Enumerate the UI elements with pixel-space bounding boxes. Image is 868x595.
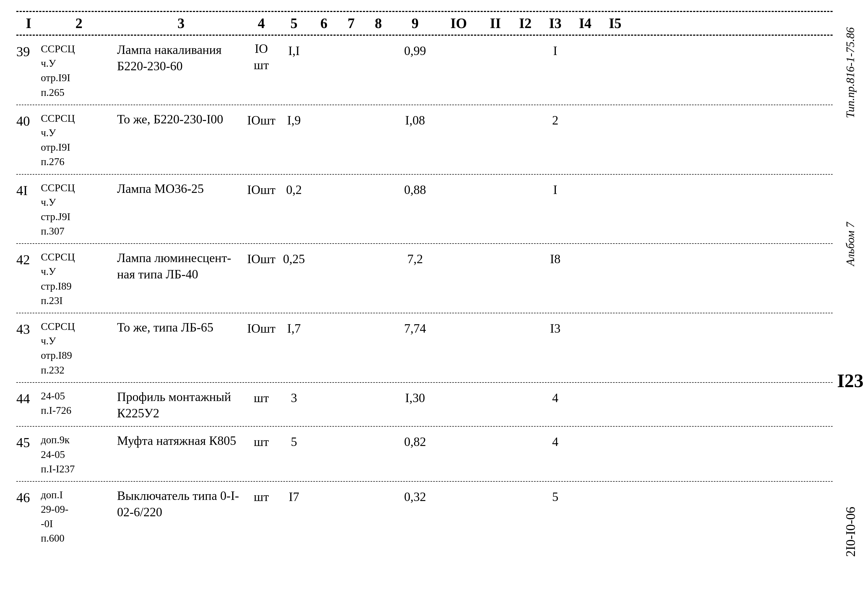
row-col5: 0,2	[278, 179, 310, 198]
table-row: 46 доп.I 29-09- -0I п.600 Выключатель ти…	[16, 482, 833, 551]
bottom-code: 2I0-I0-06	[843, 507, 858, 557]
row-col5: I,7	[278, 318, 310, 337]
row-qty-unit: IОшт	[245, 249, 278, 267]
col-header-9: 9	[392, 15, 438, 31]
row-num: 46	[16, 487, 41, 506]
row-col5: 0,25	[278, 249, 310, 267]
col-header-7: 7	[338, 15, 365, 31]
row-num: 43	[16, 318, 41, 338]
col-header-8: 8	[365, 15, 392, 31]
table-row: 40 ССРСЦ ч.У отр.I9I п.276 То же, Б220-2…	[16, 105, 833, 175]
row-num: 40	[16, 110, 41, 130]
row-name: То же, Б220-230-I00	[117, 110, 245, 127]
row-col9: I,08	[392, 110, 438, 129]
row-col13: 2	[539, 110, 571, 129]
col-header-10: IO	[438, 15, 479, 31]
row-col5: I7	[278, 487, 310, 505]
col-header-5: 5	[278, 15, 310, 31]
table-row: 42 ССРСЦ ч.У стр.I89 п.23I Лампа люминес…	[16, 244, 833, 313]
row-ref: 24-05 п.I-726	[41, 388, 117, 417]
row-num: 4I	[16, 179, 41, 200]
row-qty-unit: шт	[245, 487, 278, 505]
row-col9: 0,88	[392, 179, 438, 198]
row-col13: 5	[539, 487, 571, 505]
row-col5: 3	[278, 388, 310, 406]
row-name: Лампа накаливания Б220-230-60	[117, 41, 245, 74]
col-header-13: I3	[539, 15, 571, 31]
table-row: 39 ССРСЦ ч.У отр.I9I п.265 Лампа накалив…	[16, 36, 833, 105]
table-header: I 2 3 4 5 6 7 8 9 IO II I2 I3 I4 I5	[16, 11, 833, 36]
row-qty-unit: IO шт	[245, 41, 278, 73]
row-name: То же, типа ЛБ-65	[117, 318, 245, 336]
row-qty-unit: шт	[245, 432, 278, 450]
row-name: Лампа люминесцент-ная типа ЛБ-40	[117, 249, 245, 283]
col-header-4: 4	[245, 15, 278, 31]
page-number: I23	[837, 370, 864, 392]
col-header-1: I	[16, 15, 41, 31]
row-col13: I	[539, 41, 571, 59]
side-labels: Тип.пр.816-1-75.86 Альбом 7 I23 2I0-I0-0…	[836, 11, 865, 579]
row-num: 42	[16, 249, 41, 269]
row-col9: 7,2	[392, 249, 438, 267]
col-header-14: I4	[571, 15, 599, 31]
row-qty-unit: IОшт	[245, 318, 278, 337]
row-num: 45	[16, 432, 41, 451]
row-col5: I,9	[278, 110, 310, 129]
row-col9: 0,32	[392, 487, 438, 505]
row-col13: I3	[539, 318, 571, 337]
row-col5: 5	[278, 432, 310, 450]
table-row: 45 доп.9к 24-05 п.I-I237 Муфта натяжная …	[16, 427, 833, 482]
row-qty-unit: IОшт	[245, 110, 278, 129]
row-col5: I,I	[278, 41, 310, 59]
row-num: 39	[16, 41, 41, 61]
col-header-11: II	[479, 15, 512, 31]
col-header-15: I5	[599, 15, 632, 31]
col-header-6: 6	[310, 15, 338, 31]
table-row: 44 24-05 п.I-726 Профиль монтажный К225У…	[16, 383, 833, 427]
row-col13: 4	[539, 432, 571, 450]
row-col9: I,30	[392, 388, 438, 406]
row-ref: ССРСЦ ч.У отр.I89 п.232	[41, 318, 117, 377]
row-qty-unit: шт	[245, 388, 278, 406]
row-ref: ССРСЦ ч.У отр.I9I п.276	[41, 110, 117, 169]
row-col9: 7,74	[392, 318, 438, 337]
table-row: 4I ССРСЦ ч.У стр.J9I п.307 Лампа МО36-25…	[16, 175, 833, 244]
col-header-2: 2	[41, 15, 117, 31]
row-ref: доп.I 29-09- -0I п.600	[41, 487, 117, 546]
row-ref: ССРСЦ ч.У отр.I9I п.265	[41, 41, 117, 100]
col-header-12: I2	[512, 15, 539, 31]
row-col13: 4	[539, 388, 571, 406]
row-num: 44	[16, 388, 41, 407]
col-header-3: 3	[117, 15, 245, 31]
row-name: Муфта натяжная К805	[117, 432, 245, 449]
row-ref: ССРСЦ ч.У стр.J9I п.307	[41, 179, 117, 239]
row-name: Выключатель типа 0-I-02-6/220	[117, 487, 245, 520]
row-col9: 0,82	[392, 432, 438, 450]
row-col13: I	[539, 179, 571, 198]
row-ref: ССРСЦ ч.У стр.I89 п.23I	[41, 249, 117, 308]
row-name: Лампа МО36-25	[117, 179, 245, 197]
doc-ref-label: Тип.пр.816-1-75.86	[844, 27, 857, 118]
row-ref: доп.9к 24-05 п.I-I237	[41, 432, 117, 476]
row-name: Профиль монтажный К225У2	[117, 388, 245, 422]
album-label: Альбом 7	[844, 222, 857, 266]
table-row: 43 ССРСЦ ч.У отр.I89 п.232 То же, типа Л…	[16, 313, 833, 383]
row-col13: I8	[539, 249, 571, 267]
row-col9: 0,99	[392, 41, 438, 59]
row-qty-unit: IОшт	[245, 179, 278, 198]
